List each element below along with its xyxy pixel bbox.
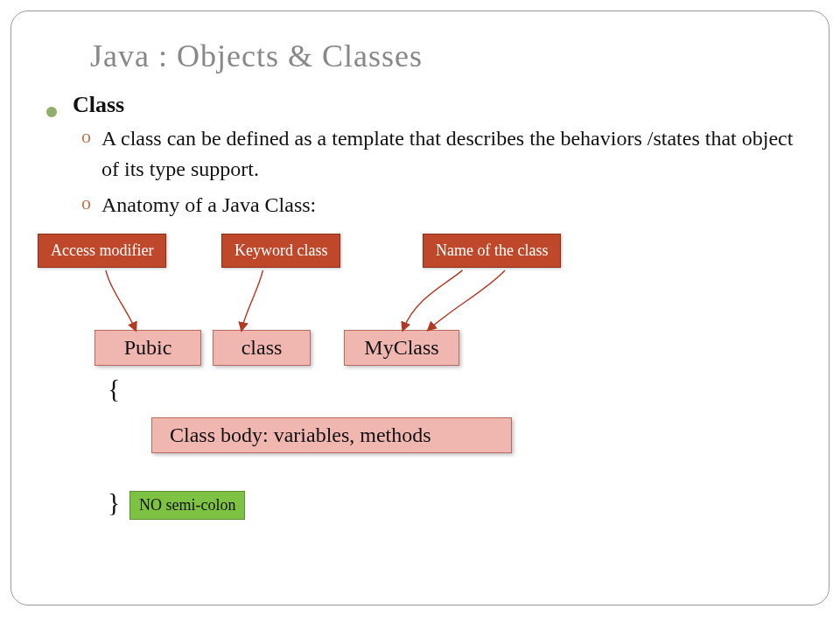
- token-public: Pubic: [94, 330, 201, 366]
- bullet-item-class: Class: [46, 92, 794, 118]
- label-access-modifier: Access modifier: [38, 234, 166, 268]
- note-no-semicolon: NO semi-colon: [130, 491, 245, 520]
- token-class-body: Class body: variables, methods: [151, 417, 512, 453]
- bullet-text-class: Class: [73, 92, 124, 118]
- token-myclass: MyClass: [344, 330, 459, 366]
- brace-close: }: [108, 487, 120, 517]
- slide-title: Java : Objects & Classes: [90, 38, 794, 74]
- label-name-of-class: Name of the class: [423, 234, 561, 268]
- token-class: class: [213, 330, 311, 366]
- sub-text-anatomy: Anatomy of a Java Class:: [102, 190, 316, 220]
- sub-bullet-icon: o: [81, 190, 91, 217]
- slide-frame: Java : Objects & Classes Class o A class…: [10, 10, 830, 606]
- sub-item-definition: o A class can be defined as a template t…: [81, 123, 794, 185]
- label-keyword-class: Keyword class: [221, 234, 340, 268]
- brace-open: {: [108, 374, 120, 403]
- sub-bullet-icon: o: [81, 123, 91, 150]
- anatomy-diagram: Access modifier Keyword class Name of th…: [46, 234, 794, 531]
- sub-item-anatomy: o Anatomy of a Java Class:: [81, 190, 794, 220]
- connector-arrows: [46, 234, 794, 531]
- bullet-icon: [46, 107, 57, 117]
- sub-text-definition: A class can be defined as a template tha…: [102, 123, 794, 185]
